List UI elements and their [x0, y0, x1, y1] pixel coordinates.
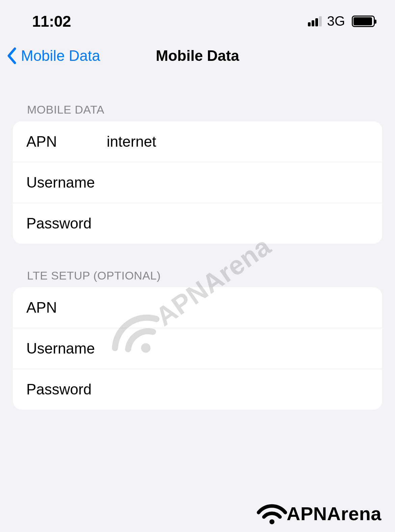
status-bar: 11:02 3G	[0, 0, 395, 37]
chevron-left-icon	[7, 47, 17, 64]
row-lte-username[interactable]: Username	[13, 328, 382, 369]
row-label-username: Username	[26, 174, 107, 191]
row-password[interactable]: Password	[13, 203, 382, 244]
section-header-mobile-data: MOBILE DATA	[0, 78, 395, 121]
settings-group-lte-setup: APN Username Password	[13, 287, 382, 410]
back-label: Mobile Data	[21, 47, 100, 64]
watermark-text: APNArena	[287, 503, 381, 525]
section-header-lte-setup: LTE SETUP (OPTIONAL)	[0, 244, 395, 287]
row-lte-apn[interactable]: APN	[13, 287, 382, 328]
settings-group-mobile-data: APN internet Username Password	[13, 121, 382, 244]
status-time: 11:02	[32, 12, 71, 30]
row-label-password: Password	[26, 215, 107, 232]
wifi-icon	[256, 502, 288, 525]
row-label-lte-password: Password	[26, 381, 107, 398]
row-lte-password[interactable]: Password	[13, 369, 382, 410]
navigation-bar: Mobile Data Mobile Data	[0, 37, 395, 78]
page-title: Mobile Data	[156, 47, 239, 64]
network-type: 3G	[327, 14, 345, 29]
status-indicators: 3G	[308, 14, 375, 29]
back-button[interactable]: Mobile Data	[7, 47, 100, 64]
row-label-lte-username: Username	[26, 340, 107, 357]
row-username[interactable]: Username	[13, 162, 382, 203]
battery-icon	[352, 16, 375, 27]
row-apn[interactable]: APN internet	[13, 121, 382, 162]
row-label-apn: APN	[26, 133, 107, 150]
row-label-lte-apn: APN	[26, 299, 107, 316]
watermark-bottom: APNArena	[256, 502, 381, 525]
svg-point-1	[269, 519, 274, 524]
signal-icon	[308, 16, 322, 26]
apn-input[interactable]: internet	[107, 133, 369, 150]
